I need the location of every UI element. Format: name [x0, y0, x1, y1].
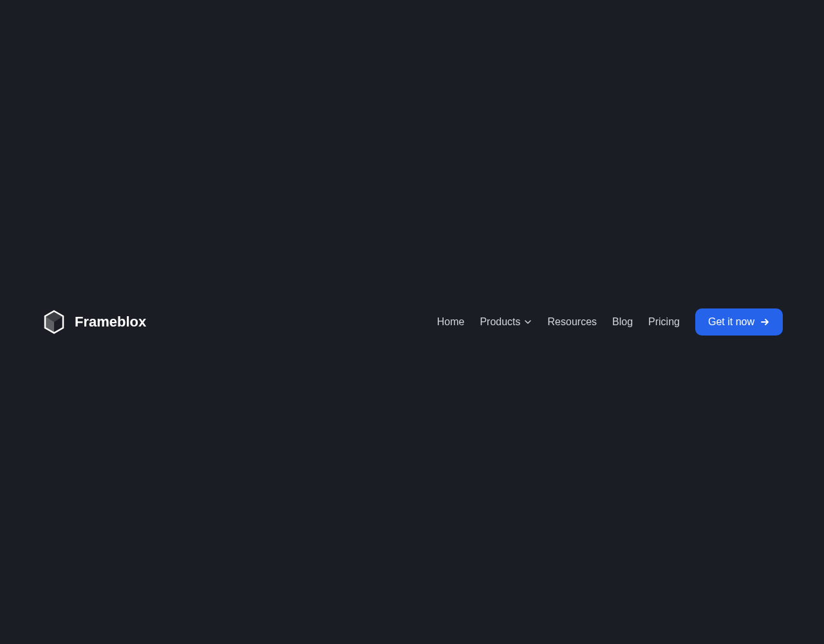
brand-name: Frameblox [75, 314, 146, 330]
nav-link-blog[interactable]: Blog [612, 316, 633, 328]
hexagon-logo-icon [41, 309, 67, 335]
nav-link-resources[interactable]: Resources [548, 316, 597, 328]
nav-link-label: Products [480, 316, 520, 328]
navbar: Frameblox Home Products Resources Blog [0, 299, 824, 345]
nav-right: Home Products Resources Blog Pricing [437, 308, 783, 336]
arrow-right-icon [760, 317, 770, 327]
chevron-down-icon [523, 317, 532, 327]
nav-link-label: Blog [612, 316, 633, 328]
nav-link-label: Home [437, 316, 465, 328]
nav-link-home[interactable]: Home [437, 316, 465, 328]
cta-button-label: Get it now [708, 316, 754, 328]
nav-link-label: Pricing [648, 316, 680, 328]
get-it-now-button[interactable]: Get it now [695, 308, 783, 336]
nav-link-products[interactable]: Products [480, 316, 532, 328]
nav-link-pricing[interactable]: Pricing [648, 316, 680, 328]
nav-link-label: Resources [548, 316, 597, 328]
nav-links: Home Products Resources Blog Pricing [437, 316, 680, 328]
brand-logo[interactable]: Frameblox [41, 309, 146, 335]
